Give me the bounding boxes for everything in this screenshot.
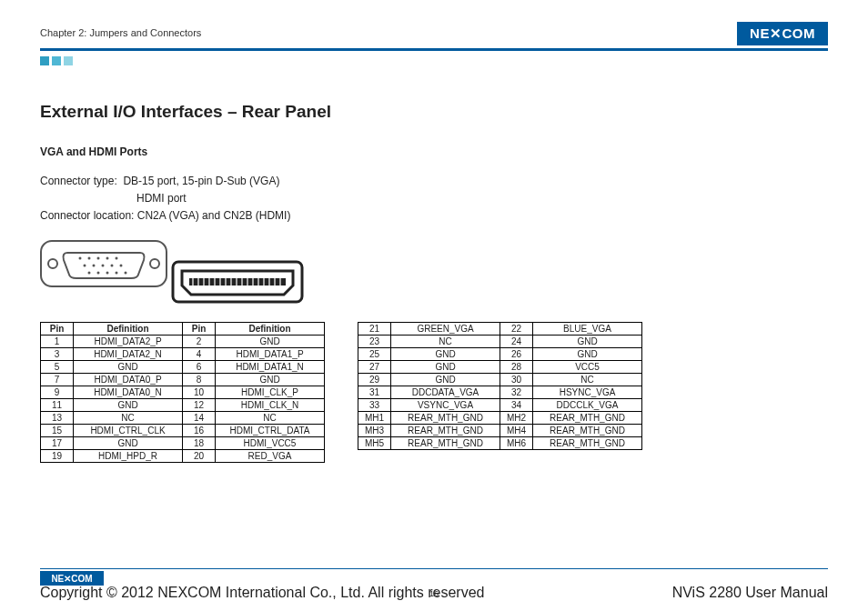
pin-cell: 22	[500, 322, 533, 335]
pin-cell: 16	[183, 424, 216, 436]
square-icon	[64, 56, 73, 65]
pin-cell: 18	[183, 436, 216, 449]
connector-diagrams	[40, 240, 828, 307]
definition-cell: GND	[216, 373, 325, 386]
pin-cell: MH5	[358, 436, 391, 449]
table-row: 9HDMI_DATA0_N10HDMI_CLK_P	[41, 386, 325, 398]
page-footer: NE✕COM Copyright © 2012 NEXCOM Internati…	[40, 568, 828, 598]
connector-type-value-1: DB-15 port, 15-pin D-Sub (VGA)	[123, 175, 279, 187]
pin-cell: 1	[41, 335, 74, 347]
definition-cell: GND	[391, 360, 500, 373]
pin-cell: 31	[358, 386, 391, 398]
connector-location: Connector location: CN2A (VGA) and CN2B …	[40, 207, 828, 225]
svg-point-13	[88, 271, 91, 274]
table-row: 5GND6HDMI_DATA1_N	[41, 360, 325, 373]
table-row: 21GREEN_VGA22BLUE_VGA	[358, 322, 642, 335]
svg-point-9	[93, 264, 96, 266]
table-row: 23NC24GND	[358, 335, 642, 347]
pin-cell: 15	[41, 424, 74, 436]
definition-cell: HDMI_DATA1_P	[216, 347, 325, 360]
definition-cell: GND	[74, 436, 183, 449]
table-row: 27GND28VCC5	[358, 360, 642, 373]
pin-tables: Pin Definition Pin Definition 1HDMI_DATA…	[40, 322, 828, 463]
copyright-text: Copyright © 2012 NEXCOM International Co…	[40, 585, 484, 601]
pin-cell: MH3	[358, 424, 391, 436]
svg-point-14	[97, 271, 100, 274]
pin-cell: 25	[358, 347, 391, 360]
square-icon	[52, 56, 61, 65]
table-header-definition: Definition	[216, 322, 325, 335]
pin-cell: 8	[183, 373, 216, 386]
svg-point-11	[111, 264, 114, 266]
table-row: MH1REAR_MTH_GNDMH2REAR_MTH_GND	[358, 411, 642, 424]
definition-cell: HDMI_DATA2_P	[74, 335, 183, 347]
definition-cell: RED_VGA	[216, 449, 325, 462]
pin-cell: 3	[41, 347, 74, 360]
pin-table-right: 21GREEN_VGA22BLUE_VGA23NC24GND25GND26GND…	[358, 322, 642, 450]
nexcom-footer-logo: NE✕COM	[40, 571, 104, 586]
definition-cell: HSYNC_VGA	[533, 386, 642, 398]
table-row: 3HDMI_DATA2_N4HDMI_DATA1_P	[41, 347, 325, 360]
definition-cell: GND	[533, 347, 642, 360]
svg-point-7	[116, 256, 118, 259]
definition-cell: HDMI_DATA2_N	[74, 347, 183, 360]
connector-type-label: Connector type:	[40, 175, 117, 187]
table-row: 19HDMI_HPD_R20RED_VGA	[41, 449, 325, 462]
pin-cell: MH6	[500, 436, 533, 449]
definition-cell: NC	[533, 373, 642, 386]
svg-point-17	[125, 271, 127, 274]
pin-cell: 4	[183, 347, 216, 360]
definition-cell: REAR_MTH_GND	[391, 424, 500, 436]
svg-point-12	[120, 264, 123, 266]
svg-point-5	[97, 256, 100, 259]
definition-cell: NC	[391, 335, 500, 347]
pin-cell: 28	[500, 360, 533, 373]
definition-cell: HDMI_CLK_N	[216, 398, 325, 411]
definition-cell: GND	[74, 398, 183, 411]
table-row: 25GND26GND	[358, 347, 642, 360]
decorative-squares	[40, 56, 828, 65]
svg-point-6	[106, 256, 109, 259]
definition-cell: GND	[391, 373, 500, 386]
hdmi-port-icon	[171, 260, 304, 304]
pin-cell: 19	[41, 449, 74, 462]
page-content: External I/O Interfaces – Rear Panel VGA…	[40, 102, 828, 463]
vga-port-icon	[40, 240, 167, 287]
table-header-definition: Definition	[74, 322, 183, 335]
svg-point-8	[84, 264, 86, 266]
definition-cell: DDCDATA_VGA	[391, 386, 500, 398]
svg-point-2	[150, 259, 159, 268]
connector-type-value-2: HDMI port	[40, 190, 828, 207]
definition-cell: REAR_MTH_GND	[391, 411, 500, 424]
table-row: MH3REAR_MTH_GNDMH4REAR_MTH_GND	[358, 424, 642, 436]
definition-cell: HDMI_CLK_P	[216, 386, 325, 398]
svg-point-3	[79, 256, 82, 259]
svg-point-16	[116, 271, 118, 274]
definition-cell: GND	[74, 360, 183, 373]
svg-point-1	[48, 259, 57, 268]
pin-cell: 13	[41, 411, 74, 424]
pin-cell: MH4	[500, 424, 533, 436]
table-row: 13NC14NC	[41, 411, 325, 424]
table-row: 33VSYNC_VGA34DDCCLK_VGA	[358, 398, 642, 411]
definition-cell: NC	[74, 411, 183, 424]
pin-cell: 7	[41, 373, 74, 386]
pin-cell: 14	[183, 411, 216, 424]
table-row: 29GND30NC	[358, 373, 642, 386]
section-subhead: VGA and HDMI Ports	[40, 145, 828, 158]
definition-cell: GND	[216, 335, 325, 347]
pin-table-left: Pin Definition Pin Definition 1HDMI_DATA…	[40, 322, 325, 463]
nexcom-logo: NE✕COM	[737, 22, 828, 45]
page-number: 16	[429, 589, 439, 598]
definition-cell: GND	[391, 347, 500, 360]
svg-point-4	[88, 256, 91, 259]
pin-cell: 10	[183, 386, 216, 398]
pin-cell: 11	[41, 398, 74, 411]
table-row: 7HDMI_DATA0_P8GND	[41, 373, 325, 386]
definition-cell: VSYNC_VGA	[391, 398, 500, 411]
pin-cell: 21	[358, 322, 391, 335]
definition-cell: VCC5	[533, 360, 642, 373]
definition-cell: HDMI_VCC5	[216, 436, 325, 449]
table-row: 1HDMI_DATA2_P2GND	[41, 335, 325, 347]
table-row: 11GND12HDMI_CLK_N	[41, 398, 325, 411]
